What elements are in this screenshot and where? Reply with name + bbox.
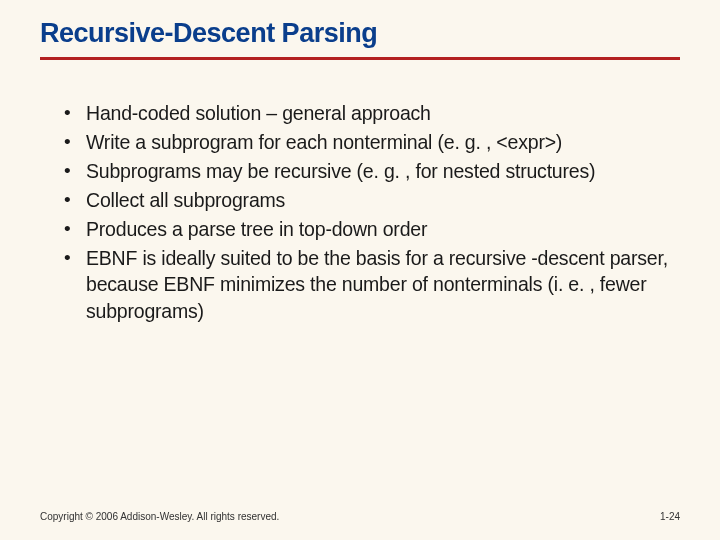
bullet-item: Produces a parse tree in top-down order xyxy=(64,216,672,243)
copyright-text: Copyright © 2006 Addison-Wesley. All rig… xyxy=(40,511,279,522)
bullet-item: Write a subprogram for each nonterminal … xyxy=(64,129,672,156)
bullet-item: Subprograms may be recursive (e. g. , fo… xyxy=(64,158,672,185)
footer: Copyright © 2006 Addison-Wesley. All rig… xyxy=(40,511,680,522)
slide-title: Recursive-Descent Parsing xyxy=(40,18,680,49)
bullet-list: Hand-coded solution – general approach W… xyxy=(40,100,680,325)
bullet-item: EBNF is ideally suited to be the basis f… xyxy=(64,245,672,326)
title-rule xyxy=(40,57,680,60)
bullet-item: Hand-coded solution – general approach xyxy=(64,100,672,127)
bullet-item: Collect all subprograms xyxy=(64,187,672,214)
page-number: 1-24 xyxy=(660,511,680,522)
slide: Recursive-Descent Parsing Hand-coded sol… xyxy=(0,0,720,540)
